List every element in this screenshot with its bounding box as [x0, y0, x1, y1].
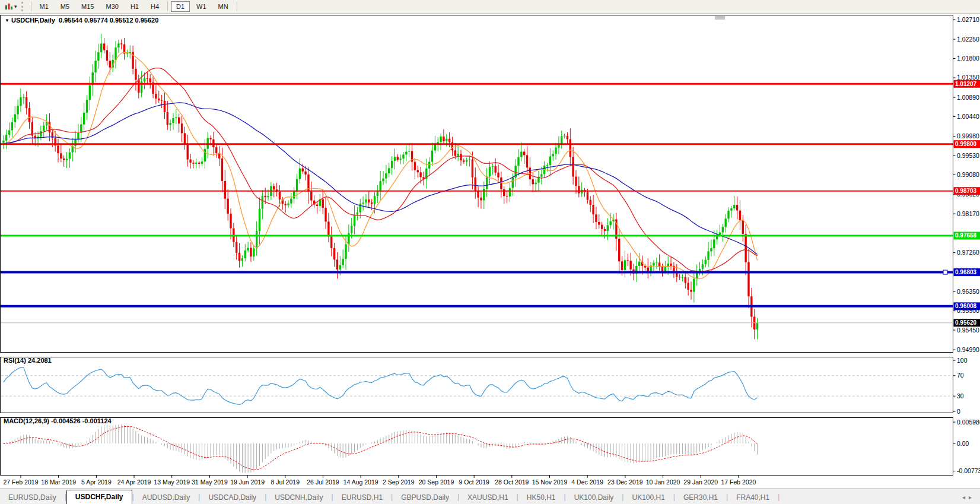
tf-button-h1[interactable]: H1 — [125, 1, 144, 12]
svg-text:23 Dec 2019: 23 Dec 2019 — [607, 478, 643, 486]
macd-pane[interactable] — [1, 418, 953, 476]
tab-gbpusd-daily[interactable]: GBPUSD,Daily — [393, 491, 457, 504]
symbol-tabbar: EURUSD,Daily|USDCHF,Daily|AUDUSD,Daily|U… — [0, 489, 980, 504]
ohlc-open: 0.95544 — [59, 17, 82, 24]
svg-text:0.97260: 0.97260 — [957, 249, 979, 256]
svg-text:9 Oct 2019: 9 Oct 2019 — [459, 478, 489, 486]
svg-text:0.97658: 0.97658 — [955, 232, 977, 239]
svg-text:0.99530: 0.99530 — [957, 152, 979, 159]
svg-text:10 Jan 2020: 10 Jan 2020 — [646, 478, 680, 486]
svg-text:0.99980: 0.99980 — [957, 132, 979, 140]
ohlc-high: 0.95774 — [84, 17, 108, 24]
rsi-value: 24.2081 — [28, 357, 52, 364]
svg-text:1.00890: 1.00890 — [957, 94, 979, 101]
tf-button-w1[interactable]: W1 — [191, 1, 212, 12]
rsi-pane[interactable] — [1, 357, 953, 413]
tab-fra40-h1[interactable]: FRA40,H1 — [728, 491, 778, 504]
trendline-handle[interactable] — [943, 270, 947, 274]
svg-text:-0.007737: -0.007737 — [957, 467, 980, 474]
svg-text:4 Dec 2019: 4 Dec 2019 — [571, 478, 603, 486]
tab-eurusd-h1[interactable]: EURUSD,H1 — [333, 491, 391, 504]
svg-text:20 Sep 2019: 20 Sep 2019 — [419, 478, 454, 486]
svg-text:0.98170: 0.98170 — [957, 210, 979, 217]
svg-text:0.94990: 0.94990 — [957, 346, 979, 353]
toolbar-separator — [237, 2, 237, 11]
timeframe-group: M1M5M15M30H1H4D1W1MN — [28, 1, 240, 12]
svg-text:1.02710: 1.02710 — [957, 16, 979, 23]
date-axis: 27 Feb 201918 Mar 20195 Apr 201924 Apr 2… — [4, 476, 756, 486]
scroll-right-icon[interactable]: ▸ — [969, 494, 975, 500]
svg-text:0.95620: 0.95620 — [955, 319, 977, 326]
macd-axis: 0.0059860.00-0.007737 — [953, 419, 980, 475]
tab-audusd-daily[interactable]: AUDUSD,Daily — [134, 491, 199, 504]
price-chart[interactable]: 1.027101.022501.018001.013501.008901.004… — [0, 14, 980, 489]
tf-button-m1[interactable]: M1 — [34, 1, 54, 12]
chart-title-symbol: USDCHF,Daily — [11, 17, 55, 24]
tf-button-m5[interactable]: M5 — [55, 1, 75, 12]
svg-text:0.96803: 0.96803 — [955, 269, 977, 275]
svg-text:70: 70 — [957, 372, 964, 379]
symbol-menu-icon[interactable]: ▼ — [5, 18, 9, 23]
tf-button-mn[interactable]: MN — [213, 1, 234, 12]
tab-separator: | — [778, 493, 779, 504]
tf-button-d1[interactable]: D1 — [171, 1, 190, 12]
tabs-holder: EURUSD,Daily|USDCHF,Daily|AUDUSD,Daily|U… — [0, 490, 779, 504]
svg-text:0.96008: 0.96008 — [955, 303, 977, 309]
tab-uk100-h1[interactable]: UK100,H1 — [623, 491, 673, 504]
main-pane[interactable] — [1, 15, 953, 353]
svg-text:15 Nov 2019: 15 Nov 2019 — [532, 478, 568, 486]
ohlc-low: 0.95512 — [110, 17, 133, 24]
svg-text:13 May 2019: 13 May 2019 — [154, 478, 190, 486]
tab-uk100-daily[interactable]: UK100,Daily — [566, 491, 622, 504]
tab-eurusd-daily[interactable]: EURUSD,Daily — [0, 491, 65, 504]
macd-signal-value: -0.001124 — [82, 417, 112, 424]
svg-text:1.00440: 1.00440 — [957, 113, 979, 120]
rsi-indicator-name: RSI(14) — [4, 357, 26, 364]
svg-text:0.95450: 0.95450 — [957, 327, 979, 334]
toolbar-grip[interactable] — [21, 2, 27, 11]
toolbar-separator — [31, 2, 31, 11]
toolbar-separator — [167, 2, 168, 11]
chevron-down-icon[interactable]: ▾ — [14, 4, 17, 9]
svg-text:100: 100 — [957, 357, 968, 364]
svg-text:0.00: 0.00 — [957, 440, 969, 447]
svg-text:1.01207: 1.01207 — [955, 81, 977, 87]
svg-text:1.01800: 1.01800 — [957, 55, 979, 62]
tab-usdcad-daily[interactable]: USDCAD,Daily — [200, 491, 265, 504]
tf-button-m15[interactable]: M15 — [76, 1, 99, 12]
svg-text:17 Feb 2020: 17 Feb 2020 — [721, 478, 756, 486]
ohlc-close: 0.95620 — [135, 17, 159, 24]
chart-period-icon — [5, 3, 13, 11]
rsi-label: RSI(14) 24.2081 — [4, 357, 52, 364]
tab-hk50-h1[interactable]: HK50,H1 — [518, 491, 564, 504]
chart-period-button[interactable]: ▾ — [2, 1, 20, 12]
svg-text:2 Sep 2019: 2 Sep 2019 — [383, 478, 415, 486]
macd-label: MACD(12,26,9) -0.004526 -0.001124 — [4, 417, 112, 424]
tf-button-h4[interactable]: H4 — [145, 1, 164, 12]
svg-text:19 Jun 2019: 19 Jun 2019 — [230, 478, 265, 486]
tab-usdcnh-daily[interactable]: USDCNH,Daily — [266, 491, 331, 504]
svg-text:30: 30 — [957, 392, 964, 400]
macd-indicator-name: MACD(12,26,9) — [4, 417, 49, 424]
svg-text:18 Mar 2019: 18 Mar 2019 — [41, 478, 76, 486]
svg-text:14 Aug 2019: 14 Aug 2019 — [343, 478, 378, 486]
tab-usdchf-daily[interactable]: USDCHF,Daily — [66, 490, 132, 504]
scroll-left-icon[interactable]: ◂ — [962, 494, 969, 500]
chart-hscroll-thumb[interactable] — [715, 16, 725, 20]
svg-text:5 Apr 2019: 5 Apr 2019 — [81, 478, 112, 486]
svg-text:0.99080: 0.99080 — [957, 171, 979, 178]
price-axis: 1.027101.022501.018001.013501.008901.004… — [953, 16, 980, 353]
svg-text:31 May 2019: 31 May 2019 — [192, 478, 228, 486]
tab-xauusd-h1[interactable]: XAUUSD,H1 — [459, 491, 517, 504]
svg-text:0.98703: 0.98703 — [955, 188, 977, 194]
chart-title: ▼ USDCHF,Daily 0.95544 0.95774 0.95512 0… — [5, 17, 158, 24]
top-toolbar: ▾ M1M5M15M30H1H4D1W1MN — [0, 0, 980, 14]
svg-text:0.99800: 0.99800 — [955, 141, 977, 147]
svg-text:1.02250: 1.02250 — [957, 36, 979, 43]
tab-scroll-arrows[interactable]: ◂▸ — [962, 494, 975, 500]
svg-text:24 Apr 2019: 24 Apr 2019 — [117, 478, 151, 486]
svg-text:29 Jan 2020: 29 Jan 2020 — [683, 478, 718, 486]
tab-ger30-h1[interactable]: GER30,H1 — [675, 491, 726, 504]
tf-button-m30[interactable]: M30 — [101, 1, 124, 12]
svg-text:27 Feb 2019: 27 Feb 2019 — [4, 478, 39, 486]
